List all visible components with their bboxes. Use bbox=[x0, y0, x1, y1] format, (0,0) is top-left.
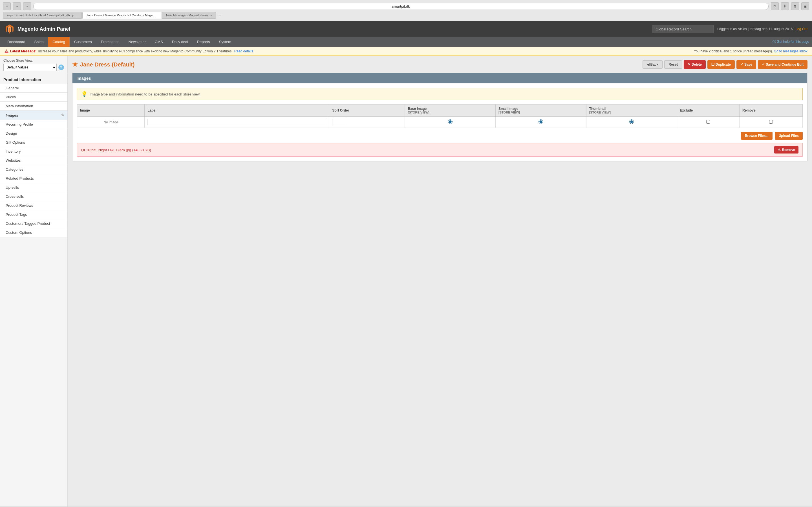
nav-customers[interactable]: Customers bbox=[70, 37, 96, 47]
col-label: Label bbox=[145, 105, 329, 117]
delete-button[interactable]: ✕ Delete bbox=[684, 60, 706, 69]
base-image-radio[interactable] bbox=[448, 119, 453, 124]
read-details-link[interactable]: Read details bbox=[234, 49, 253, 53]
download-button[interactable]: ⬇ bbox=[781, 2, 789, 10]
nav-promotions[interactable]: Promotions bbox=[96, 37, 124, 47]
base-image-cell bbox=[405, 117, 496, 128]
save-button[interactable]: ✓ Save bbox=[737, 60, 756, 69]
save-continue-button[interactable]: ✓ Save and Continue Edit bbox=[758, 60, 808, 69]
admin-header-right: Logged in as Niclas | torsdag den 11. au… bbox=[652, 25, 808, 33]
col-remove: Remove bbox=[739, 105, 802, 117]
sidebar-item-cross-sells[interactable]: Cross-sells bbox=[0, 192, 67, 201]
small-image-radio[interactable] bbox=[539, 119, 543, 124]
sidebar-item-product-tags[interactable]: Product Tags bbox=[0, 210, 67, 219]
help-link[interactable]: ⓘ Get help for this page bbox=[772, 40, 809, 44]
sidebar-item-websites[interactable]: Websites bbox=[0, 156, 67, 165]
sidebar-item-general[interactable]: General bbox=[0, 83, 67, 93]
browser-chrome: ← → ◦ smartpit.dk ↻ ⬇ ⬆ ▣ mysql.smartpit… bbox=[0, 0, 812, 21]
sidebar-item-gift-options[interactable]: Gift Options bbox=[0, 138, 67, 147]
browser-tabs: mysql.smartpit.dk / localhost / smartpit… bbox=[3, 12, 809, 18]
panel-notice: 💡 Image type and information need to be … bbox=[77, 88, 803, 100]
browse-files-button[interactable]: Browse Files... bbox=[741, 132, 772, 140]
duplicate-button[interactable]: ❐ Duplicate bbox=[707, 60, 735, 69]
page-header: ★ Jane Dress (Default) ◀ Back Reset ✕ De… bbox=[72, 60, 808, 69]
file-name: QL10195_Night Owl_Black.jpg (140.21 kB) bbox=[81, 148, 151, 152]
go-to-messages-link[interactable]: Go to messages inbox bbox=[774, 49, 808, 53]
images-table: Image Label Sort Order Base Image bbox=[77, 104, 803, 128]
forward-button[interactable]: → bbox=[13, 2, 21, 10]
nav-daily-deal[interactable]: Daily deal bbox=[167, 37, 193, 47]
sidebar-item-meta-information[interactable]: Meta Information bbox=[0, 102, 67, 111]
sidebar-item-related-products[interactable]: Related Products bbox=[0, 174, 67, 183]
store-view-label: Choose Store View: bbox=[3, 59, 64, 62]
sidebar-item-recurring-profile[interactable]: Recurring Profile bbox=[0, 120, 67, 129]
reset-button[interactable]: Reset bbox=[664, 60, 682, 69]
duplicate-icon: ❐ bbox=[711, 62, 714, 66]
image-label-input[interactable] bbox=[147, 119, 326, 125]
logout-link[interactable]: Log Out bbox=[795, 27, 808, 31]
share-button[interactable]: ⬆ bbox=[791, 2, 799, 10]
store-help-icon[interactable]: ? bbox=[58, 64, 64, 70]
notice-bar: ⚠ Latest Message: Increase your sales an… bbox=[0, 47, 812, 56]
back-button[interactable]: ◀ Back bbox=[643, 60, 663, 69]
remove-file-button[interactable]: ⚠ Remove bbox=[774, 146, 799, 154]
sidebar-item-up-sells[interactable]: Up-sells bbox=[0, 183, 67, 192]
nav-reports[interactable]: Reports bbox=[193, 37, 214, 47]
save-icon: ✓ bbox=[741, 62, 743, 66]
fullscreen-button[interactable]: ▣ bbox=[801, 2, 809, 10]
exclude-cell bbox=[677, 117, 740, 128]
upload-files-button[interactable]: Upload Files bbox=[775, 132, 803, 140]
tab-phpmyadmin[interactable]: mysql.smartpit.dk / localhost / smartpit… bbox=[3, 12, 82, 18]
sidebar-item-inventory[interactable]: Inventory bbox=[0, 147, 67, 156]
col-exclude: Exclude bbox=[677, 105, 740, 117]
nav-catalog[interactable]: Catalog bbox=[48, 37, 70, 47]
thumbnail-store-view: [STORE VIEW] bbox=[589, 111, 674, 114]
nav-system[interactable]: System bbox=[214, 37, 236, 47]
latest-label: Latest Message: bbox=[10, 49, 36, 53]
tab-magento-admin[interactable]: Jane Dress / Manage Products / Catalog /… bbox=[82, 12, 161, 18]
thumbnail-cell bbox=[586, 117, 677, 128]
browser-toolbar: ← → ◦ smartpit.dk ↻ ⬇ ⬆ ▣ bbox=[3, 2, 809, 10]
notice-left: ⚠ Latest Message: Increase your sales an… bbox=[4, 48, 253, 54]
address-bar[interactable]: smartpit.dk bbox=[33, 3, 769, 10]
nav-newsletter[interactable]: Newsletter bbox=[124, 37, 150, 47]
sidebar-section-title: Product Information bbox=[0, 74, 67, 83]
back-arrow-icon: ◀ bbox=[647, 62, 649, 66]
sidebar-item-custom-options[interactable]: Custom Options bbox=[0, 228, 67, 237]
magento-logo-icon bbox=[4, 24, 15, 34]
store-view-select[interactable]: Default Values bbox=[3, 64, 57, 71]
notice-message: Increase your sales and productivity, wh… bbox=[38, 49, 232, 53]
sidebar-item-categories[interactable]: Categories bbox=[0, 165, 67, 174]
logo-text: Magento Admin Panel bbox=[17, 26, 70, 32]
sort-order-input[interactable] bbox=[332, 119, 346, 125]
nav-cms[interactable]: CMS bbox=[150, 37, 167, 47]
sidebar-item-product-reviews[interactable]: Product Reviews bbox=[0, 201, 67, 210]
sidebar-item-prices[interactable]: Prices bbox=[0, 93, 67, 102]
small-image-store-view: [STORE VIEW] bbox=[499, 111, 583, 114]
thumbnail-radio[interactable] bbox=[629, 119, 634, 124]
sidebar-item-customers-tagged-product[interactable]: Customers Tagged Product bbox=[0, 219, 67, 228]
table-row: No image bbox=[77, 117, 803, 128]
file-buttons: Browse Files... Upload Files bbox=[77, 132, 803, 140]
refresh-button[interactable]: ◦ bbox=[23, 2, 31, 10]
sidebar-item-design[interactable]: Design bbox=[0, 129, 67, 138]
col-base-image: Base Image [STORE VIEW] bbox=[405, 105, 496, 117]
label-cell bbox=[145, 117, 329, 128]
exclude-checkbox[interactable] bbox=[706, 120, 710, 124]
remove-checkbox[interactable] bbox=[769, 120, 773, 124]
nav-sales[interactable]: Sales bbox=[30, 37, 48, 47]
new-tab-button[interactable]: + bbox=[217, 12, 223, 18]
sidebar-item-images[interactable]: Images ✎ bbox=[0, 111, 67, 120]
page-title: ★ Jane Dress (Default) bbox=[72, 61, 135, 68]
admin-header: Magento Admin Panel Logged in as Niclas … bbox=[0, 21, 812, 37]
action-buttons: ◀ Back Reset ✕ Delete ❐ Duplicate ✓ Save bbox=[643, 60, 808, 69]
nav-dashboard[interactable]: Dashboard bbox=[3, 37, 30, 47]
reload-button[interactable]: ↻ bbox=[771, 2, 779, 10]
notice-count: 1 bbox=[730, 49, 732, 53]
tab-magento-forums[interactable]: New Message - Magento Forums bbox=[162, 12, 216, 18]
global-search-input[interactable] bbox=[652, 25, 714, 33]
back-button[interactable]: ← bbox=[3, 2, 11, 10]
edit-icon: ✎ bbox=[61, 113, 64, 117]
section-header-images[interactable]: Images bbox=[72, 73, 807, 83]
sidebar: Choose Store View: Default Values ? Prod… bbox=[0, 56, 68, 506]
